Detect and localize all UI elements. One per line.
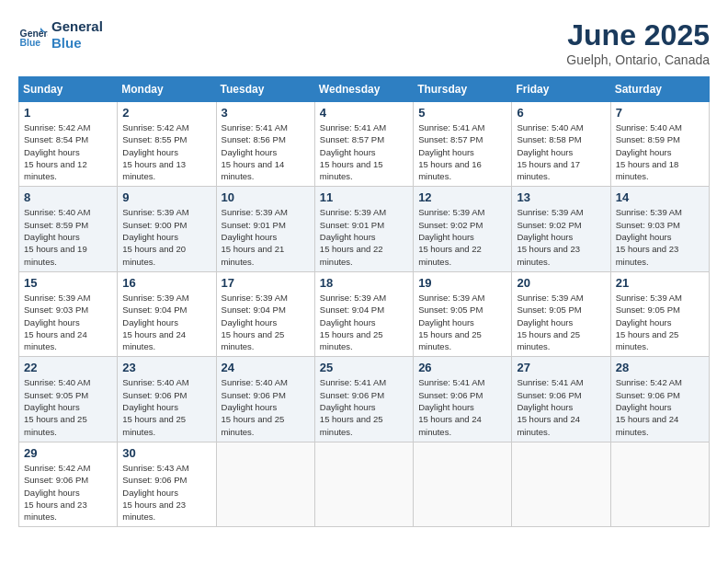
day-number: 4 (320, 106, 408, 120)
location-title: Guelph, Ontario, Canada (566, 52, 710, 67)
calendar-cell: 7Sunrise: 5:40 AMSunset: 8:59 PMDaylight… (610, 102, 709, 187)
calendar-cell: 19Sunrise: 5:39 AMSunset: 9:05 PMDayligh… (414, 271, 512, 356)
calendar-cell: 9Sunrise: 5:39 AMSunset: 9:00 PMDaylight… (118, 187, 216, 271)
day-number: 26 (418, 361, 506, 374)
day-number: 12 (418, 190, 506, 204)
day-info: Sunrise: 5:39 AMSunset: 9:05 PMDaylight … (418, 292, 506, 352)
calendar-cell: 27Sunrise: 5:41 AMSunset: 9:06 PMDayligh… (512, 357, 610, 442)
day-number: 9 (122, 190, 210, 204)
calendar-cell: 28Sunrise: 5:42 AMSunset: 9:06 PMDayligh… (610, 357, 709, 442)
day-info: Sunrise: 5:40 AMSunset: 9:06 PMDaylight … (122, 376, 210, 437)
day-info: Sunrise: 5:39 AMSunset: 9:04 PMDaylight … (320, 292, 408, 352)
calendar-cell: 17Sunrise: 5:39 AMSunset: 9:04 PMDayligh… (216, 271, 314, 356)
calendar-cell (216, 442, 314, 526)
day-number: 28 (616, 361, 704, 374)
day-number: 5 (418, 106, 506, 120)
calendar-cell: 4Sunrise: 5:41 AMSunset: 8:57 PMDaylight… (314, 102, 413, 187)
day-number: 14 (616, 190, 704, 204)
day-number: 6 (517, 106, 605, 120)
calendar-cell (414, 442, 512, 526)
day-number: 27 (517, 361, 605, 374)
calendar-table: SundayMondayTuesdayWednesdayThursdayFrid… (18, 76, 710, 527)
day-number: 24 (222, 361, 310, 374)
calendar-cell: 24Sunrise: 5:40 AMSunset: 9:06 PMDayligh… (216, 357, 314, 442)
day-number: 23 (122, 361, 210, 374)
day-info: Sunrise: 5:39 AMSunset: 9:02 PMDaylight … (517, 206, 605, 267)
calendar-cell: 8Sunrise: 5:40 AMSunset: 8:59 PMDaylight… (19, 187, 118, 271)
day-number: 25 (320, 361, 408, 374)
day-number: 21 (616, 276, 704, 290)
calendar-header-row: SundayMondayTuesdayWednesdayThursdayFrid… (19, 77, 710, 102)
day-info: Sunrise: 5:39 AMSunset: 9:05 PMDaylight … (616, 292, 704, 352)
calendar-cell (512, 442, 610, 526)
header-tuesday: Tuesday (216, 77, 314, 102)
day-info: Sunrise: 5:41 AMSunset: 9:06 PMDaylight … (418, 376, 506, 437)
calendar-week-row: 15Sunrise: 5:39 AMSunset: 9:03 PMDayligh… (19, 271, 710, 356)
day-info: Sunrise: 5:40 AMSunset: 8:59 PMDaylight … (24, 206, 112, 267)
calendar-week-row: 22Sunrise: 5:40 AMSunset: 9:05 PMDayligh… (19, 357, 710, 442)
day-number: 29 (24, 446, 112, 460)
day-info: Sunrise: 5:40 AMSunset: 9:06 PMDaylight … (222, 376, 310, 437)
header-thursday: Thursday (414, 77, 512, 102)
day-number: 7 (616, 106, 704, 120)
header-saturday: Saturday (610, 77, 709, 102)
day-info: Sunrise: 5:39 AMSunset: 9:00 PMDaylight … (122, 206, 210, 267)
day-number: 17 (222, 276, 310, 290)
logo-blue: Blue (51, 35, 103, 52)
day-info: Sunrise: 5:43 AMSunset: 9:06 PMDaylight … (122, 462, 210, 523)
day-number: 18 (320, 276, 408, 290)
title-area: June 2025 Guelph, Ontario, Canada (566, 18, 710, 67)
day-info: Sunrise: 5:41 AMSunset: 8:56 PMDaylight … (222, 121, 310, 182)
svg-text:Blue: Blue (20, 38, 41, 48)
day-info: Sunrise: 5:39 AMSunset: 9:02 PMDaylight … (418, 206, 506, 267)
calendar-cell (610, 442, 709, 526)
page-header: General Blue General Blue June 2025 Guel… (18, 18, 710, 67)
day-number: 30 (122, 446, 210, 460)
day-number: 10 (222, 190, 310, 204)
day-number: 3 (222, 106, 310, 120)
calendar-cell: 20Sunrise: 5:39 AMSunset: 9:05 PMDayligh… (512, 271, 610, 356)
day-info: Sunrise: 5:39 AMSunset: 9:01 PMDaylight … (320, 206, 408, 267)
day-info: Sunrise: 5:42 AMSunset: 8:55 PMDaylight … (122, 121, 210, 182)
day-info: Sunrise: 5:40 AMSunset: 9:05 PMDaylight … (24, 376, 112, 437)
day-info: Sunrise: 5:41 AMSunset: 9:06 PMDaylight … (517, 376, 605, 437)
calendar-week-row: 29Sunrise: 5:42 AMSunset: 9:06 PMDayligh… (19, 442, 710, 526)
calendar-cell: 6Sunrise: 5:40 AMSunset: 8:58 PMDaylight… (512, 102, 610, 187)
calendar-cell: 23Sunrise: 5:40 AMSunset: 9:06 PMDayligh… (118, 357, 216, 442)
calendar-cell (314, 442, 413, 526)
calendar-cell: 26Sunrise: 5:41 AMSunset: 9:06 PMDayligh… (414, 357, 512, 442)
calendar-week-row: 1Sunrise: 5:42 AMSunset: 8:54 PMDaylight… (19, 102, 710, 187)
day-info: Sunrise: 5:39 AMSunset: 9:05 PMDaylight … (517, 292, 605, 352)
day-info: Sunrise: 5:42 AMSunset: 8:54 PMDaylight … (24, 121, 112, 182)
logo-general: General (51, 18, 103, 35)
day-number: 2 (122, 106, 210, 120)
header-sunday: Sunday (19, 77, 118, 102)
day-info: Sunrise: 5:41 AMSunset: 9:06 PMDaylight … (320, 376, 408, 437)
logo: General Blue General Blue (18, 18, 103, 52)
calendar-cell: 18Sunrise: 5:39 AMSunset: 9:04 PMDayligh… (314, 271, 413, 356)
day-number: 13 (517, 190, 605, 204)
calendar-cell: 3Sunrise: 5:41 AMSunset: 8:56 PMDaylight… (216, 102, 314, 187)
svg-text:General: General (20, 29, 48, 39)
calendar-cell: 29Sunrise: 5:42 AMSunset: 9:06 PMDayligh… (19, 442, 118, 526)
header-friday: Friday (512, 77, 610, 102)
calendar-cell: 21Sunrise: 5:39 AMSunset: 9:05 PMDayligh… (610, 271, 709, 356)
day-info: Sunrise: 5:41 AMSunset: 8:57 PMDaylight … (320, 121, 408, 182)
day-info: Sunrise: 5:42 AMSunset: 9:06 PMDaylight … (616, 376, 704, 437)
day-info: Sunrise: 5:42 AMSunset: 9:06 PMDaylight … (24, 462, 112, 523)
day-info: Sunrise: 5:39 AMSunset: 9:04 PMDaylight … (222, 292, 310, 352)
calendar-cell: 2Sunrise: 5:42 AMSunset: 8:55 PMDaylight… (118, 102, 216, 187)
day-number: 19 (418, 276, 506, 290)
day-number: 16 (122, 276, 210, 290)
calendar-cell: 11Sunrise: 5:39 AMSunset: 9:01 PMDayligh… (314, 187, 413, 271)
calendar-cell: 13Sunrise: 5:39 AMSunset: 9:02 PMDayligh… (512, 187, 610, 271)
calendar-week-row: 8Sunrise: 5:40 AMSunset: 8:59 PMDaylight… (19, 187, 710, 271)
day-info: Sunrise: 5:39 AMSunset: 9:01 PMDaylight … (222, 206, 310, 267)
month-title: June 2025 (566, 18, 710, 52)
day-number: 15 (24, 276, 112, 290)
calendar-cell: 22Sunrise: 5:40 AMSunset: 9:05 PMDayligh… (19, 357, 118, 442)
day-info: Sunrise: 5:39 AMSunset: 9:03 PMDaylight … (24, 292, 112, 352)
day-number: 11 (320, 190, 408, 204)
calendar-cell: 5Sunrise: 5:41 AMSunset: 8:57 PMDaylight… (414, 102, 512, 187)
calendar-cell: 14Sunrise: 5:39 AMSunset: 9:03 PMDayligh… (610, 187, 709, 271)
